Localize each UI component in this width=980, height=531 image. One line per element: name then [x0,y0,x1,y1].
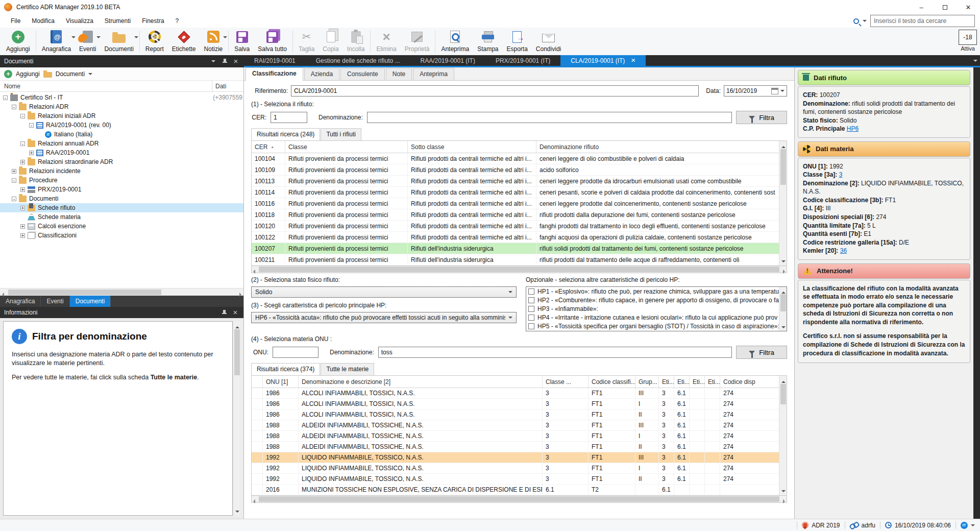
table-row[interactable]: 100114 Rifiuti provenienti da processi t… [252,187,779,198]
table-row[interactable]: 100211 Rifiuti provenienti da processi t… [252,254,779,266]
pin-icon[interactable] [220,57,229,65]
hp-option[interactable]: HP3 - «Infiammabile»: [526,304,779,313]
filtra-button[interactable]: Filtra [736,111,787,124]
notizie-button[interactable]: Notizie [200,28,227,55]
tree-item-relazioni-iniziali[interactable]: Relazioni iniziali ADR [0,111,243,120]
tab-eventi[interactable]: Eventi [41,296,69,307]
data-input[interactable]: 16/10/2019 [724,85,787,96]
doc-tab-gestione[interactable]: Gestione delle schede rifiuto ... [306,55,410,66]
pin-icon[interactable] [220,308,228,317]
panel-menu-chevron[interactable] [209,57,217,65]
column-denominazione[interactable]: Denominazione rifiuto [536,141,602,153]
tree-item-certifico[interactable]: Certifico Srl - IT(+3907559 [0,93,243,102]
tree-item-schede-materia[interactable]: Schede materia [0,212,243,222]
column-gruppo[interactable]: Grup... [635,376,659,388]
doc-tab-rai[interactable]: RAI/2019-0001 [244,55,306,66]
eventi-button[interactable]: Eventi [75,28,100,55]
tree-item-prx[interactable]: PRX/2019-0001 [0,185,243,194]
tree-folder-button[interactable]: Documenti [56,70,85,78]
column-classe[interactable]: Classe [285,141,408,153]
cer-vertical-scrollbar[interactable] [779,141,787,266]
tab-azienda[interactable]: Azienda [304,68,339,80]
status-user[interactable]: adrfu [850,522,875,529]
column-sotto-classe[interactable]: Sotto classe [408,141,536,153]
tab-tutti-i-rifiuti[interactable]: Tutti i rifiuti [321,128,361,140]
checkbox[interactable] [528,306,534,312]
tree-item-relazioni-incidente[interactable]: Relazioni incidente [0,166,243,176]
column-codice-disp[interactable]: Codice disp [720,376,758,388]
onu-vertical-scrollbar[interactable] [779,376,787,495]
cer-input[interactable] [271,112,307,123]
checkbox[interactable] [528,288,534,295]
table-row[interactable]: 100104 Rifiuti provenienti da processi t… [252,153,779,164]
tree-item-procedure[interactable]: Procedure [0,176,243,185]
column-denominazione[interactable]: Denominazione e descrizione [2] [299,376,543,388]
search-options-chevron[interactable] [863,20,867,22]
menu-modifica[interactable]: Modifica [26,15,60,27]
table-row[interactable]: 100122 Rifiuti provenienti da processi t… [252,232,779,243]
menu-finestra[interactable]: Finestra [136,15,169,27]
panel-close-icon[interactable] [231,308,239,317]
stampa-button[interactable]: Stampa [473,28,502,55]
table-row[interactable]: 100109 Rifiuti provenienti da processi t… [252,164,779,176]
chevron-down-icon[interactable] [780,90,785,92]
tab-anteprima[interactable]: Anteprima [413,68,454,80]
table-row[interactable]: 1986 ALCOLI INFIAMMABILI, TOSSICI, N.A.S… [252,399,779,409]
table-row[interactable]: 100207 Rifiuti provenienti da processi t… [252,243,779,254]
tree-item-relazioni-adr[interactable]: Relazioni ADR [0,102,243,111]
onu-horizontal-scrollbar[interactable] [251,496,787,503]
status-adr[interactable]: ADR 2019 [802,522,840,529]
column-eti2[interactable]: Eti... [674,376,690,388]
column-dati[interactable]: Dati [212,81,243,91]
minimize-button[interactable]: – [910,0,933,14]
checkbox[interactable] [528,297,534,303]
doc-tab-cla-active[interactable]: CLA/2019-0001 (IT) [560,55,646,66]
chevron-down-icon[interactable] [88,73,92,75]
table-row[interactable]: 1988 ALDEIDI INFIAMMABILI, TOSSICHE, N.A… [252,420,779,431]
report-button[interactable]: Report [141,28,168,55]
table-row[interactable]: 100113 Rifiuti provenienti da processi t… [252,176,779,187]
anagrafica-button[interactable]: Anagrafica [38,28,75,55]
doc-tab-raa[interactable]: RAA/2019-0001 (IT) [410,55,485,66]
column-nome[interactable]: Nome [0,83,212,90]
denominazione-input[interactable] [367,112,732,123]
panel-close-icon[interactable] [232,57,240,65]
tab-risultati-ricerca-onu[interactable]: Risultati ricerca (374) [251,363,320,375]
incolla-button[interactable]: Incolla [343,28,369,55]
table-row[interactable]: 100116 Rifiuti provenienti da processi t… [252,198,779,209]
tree-item-calcoli[interactable]: Calcoli esenzione [0,222,243,231]
tree-item-classificazioni[interactable]: Classificazioni [0,231,243,240]
tab-anagrafica[interactable]: Anagrafica [0,296,41,307]
column-onu[interactable]: ONU [1] [263,376,299,388]
table-row[interactable]: 1992 LIQUIDO INFIAMMABILE, TOSSICO, N.A.… [252,474,779,485]
cer-horizontal-scrollbar[interactable] [251,266,787,273]
condividi-button[interactable]: Condividi [532,28,565,55]
documenti-button[interactable]: Documenti [100,28,137,55]
table-row[interactable]: 1992 LIQUIDO INFIAMMABILE, TOSSICO, N.A.… [252,452,779,463]
taglia-button[interactable]: Taglia [295,28,318,55]
close-button[interactable]: ✕ [957,0,980,14]
search-icon[interactable] [853,18,859,24]
table-row[interactable]: 1986 ALCOLI INFIAMMABILI, TOSSICI, N.A.S… [252,388,779,399]
doc-tab-prx[interactable]: PRX/2019-0001 (IT) [485,55,560,66]
proprieta-button[interactable]: Proprietà [401,28,434,55]
maximize-button[interactable] [933,0,957,14]
checkbox[interactable] [528,323,534,329]
table-row[interactable]: 1988 ALDEIDI INFIAMMABILI, TOSSICHE, N.A… [252,431,779,442]
table-row[interactable]: 1986 ALCOLI INFIAMMABILI, TOSSICI, N.A.S… [252,409,779,420]
hp-option[interactable]: HP4 - «Irritante - irritazione cutanea e… [526,313,779,322]
column-eti1[interactable]: Eti... [659,376,674,388]
attiva-panel-tab[interactable]: -18 Attiva [959,30,977,52]
checkbox[interactable] [528,315,534,321]
tree-add-button[interactable]: Aggiungi [16,70,40,78]
aggiungi-button[interactable]: Aggiungi [2,28,34,55]
table-row[interactable]: 2016 MUNIZIONI TOSSICHE NON ESPLOSIVE, S… [252,485,779,495]
tree-item-raa[interactable]: RAA/2019-0001 [0,148,243,157]
hp-option[interactable]: HP5 - «Tossicità specifica per organi be… [526,322,779,330]
salva-button[interactable]: Salva [230,28,254,55]
tree-item-documenti[interactable]: Documenti [0,194,243,203]
tree-item-relazioni-straordinarie[interactable]: Relazioni straordinarie ADR [0,157,243,166]
filtra-materia-button[interactable]: Filtra [736,346,787,359]
tab-close-icon[interactable] [631,57,635,64]
menu-visualizza[interactable]: Visualizza [60,15,99,27]
